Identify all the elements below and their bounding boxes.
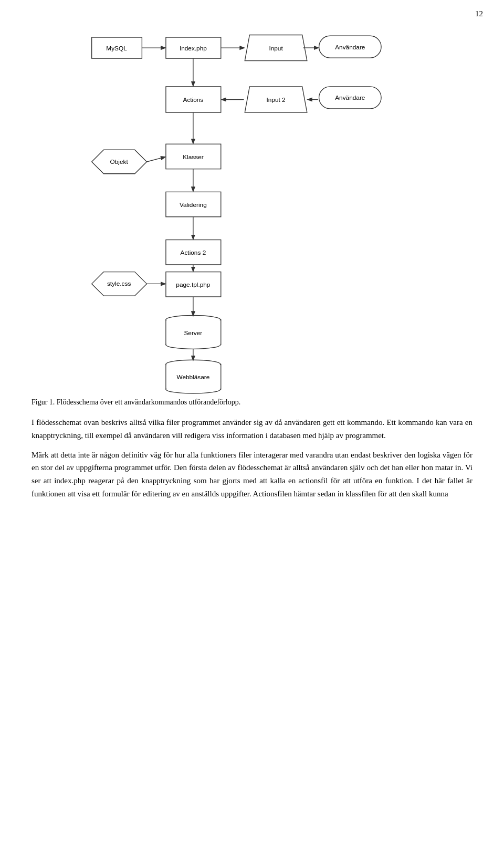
svg-line-41 (146, 157, 165, 162)
svg-text:Index.php: Index.php (180, 45, 207, 52)
svg-text:Validering: Validering (180, 201, 207, 209)
body-text: I flödesschemat ovan beskrivs alltså vil… (32, 416, 472, 501)
paragraph-1: I flödesschemat ovan beskrivs alltså vil… (32, 416, 472, 442)
svg-text:Actions: Actions (183, 96, 204, 103)
svg-text:Användare: Användare (335, 94, 365, 101)
svg-text:Användare: Användare (335, 44, 365, 51)
svg-text:Server: Server (184, 329, 202, 337)
svg-text:Objekt: Objekt (110, 158, 129, 165)
svg-text:style.css: style.css (107, 280, 131, 287)
paragraph-2: Märk att detta inte är någon definitiv v… (32, 449, 472, 501)
svg-text:page.tpl.php: page.tpl.php (176, 281, 211, 288)
svg-text:MySQL: MySQL (106, 45, 127, 52)
svg-text:Actions 2: Actions 2 (181, 249, 206, 256)
svg-text:Input 2: Input 2 (266, 96, 285, 103)
svg-text:Input: Input (269, 45, 283, 52)
figure-caption: Figur 1. Flödesschema över ett användark… (32, 398, 472, 407)
svg-text:Klasser: Klasser (183, 153, 204, 161)
svg-text:Webbläsare: Webbläsare (176, 373, 209, 381)
diagram-area: MySQL Index.php Input Användare Actions … (0, 16, 504, 394)
